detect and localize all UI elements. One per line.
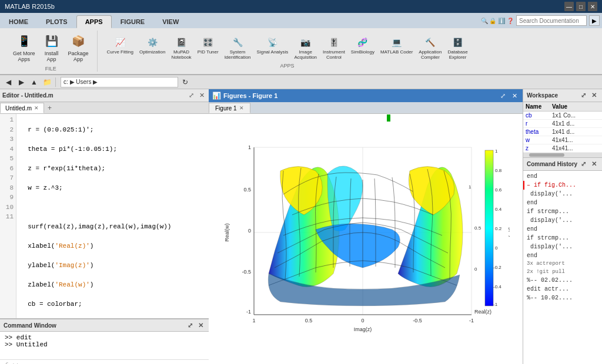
workspace-panel: Workspace ⤢ ✕ Name Value cb 1x1 Co... r …: [523, 89, 602, 158]
command-input[interactable]: [21, 362, 204, 365]
maximize-button[interactable]: □: [576, 2, 586, 11]
install-app-icon: 💾: [44, 33, 60, 49]
workspace-undock-button[interactable]: ⤢: [578, 91, 588, 100]
figure-title: Figures - Figure 1: [223, 92, 496, 99]
tab-plots[interactable]: PLOTS: [37, 15, 76, 28]
ch-item-12[interactable]: 2x !git pull: [523, 268, 602, 277]
workspace-col-header: Name Value: [523, 102, 602, 112]
workspace-scrollbar[interactable]: [523, 153, 602, 157]
command-window-area: Command Window ⤢ ✕ >> edit >> Untitled 𝑓…: [0, 318, 209, 364]
ch-close-button[interactable]: ✕: [589, 160, 598, 169]
cmd-line-1: >> edit: [5, 334, 204, 341]
package-app-button[interactable]: 📦 Package App: [65, 31, 92, 65]
svg-text:0: 0: [474, 267, 477, 272]
back-button[interactable]: ◀: [2, 76, 14, 88]
editor-undock-button[interactable]: ⤢: [186, 91, 196, 100]
code-line-4: w = z.^3;: [20, 183, 205, 193]
editor-close-button[interactable]: ✕: [197, 91, 206, 100]
instrument-control-button[interactable]: 🎚️ Instrument Control: [320, 33, 347, 62]
editor-tab-close[interactable]: ✕: [34, 105, 39, 111]
ws-row-cb[interactable]: cb 1x1 Co...: [523, 112, 602, 120]
search-input[interactable]: [516, 15, 587, 26]
editor-tab-add[interactable]: +: [44, 103, 55, 113]
ch-item-1[interactable]: end: [523, 172, 602, 181]
ch-item-3[interactable]: display('...: [523, 190, 602, 198]
code-line-7: xlabel('Real(z)'): [20, 241, 205, 251]
image-acquisition-button[interactable]: 📷 Image Acquisition: [292, 33, 319, 62]
up-button[interactable]: ▲: [28, 76, 40, 88]
workspace-close-button[interactable]: ✕: [589, 91, 598, 100]
cmd-undock-button[interactable]: ⤢: [185, 321, 195, 330]
signal-analysis-button[interactable]: 📡 Signal Analysis: [255, 33, 291, 62]
tab-apps[interactable]: APPS: [76, 15, 112, 28]
ch-controls: ⤢ ✕: [578, 160, 598, 169]
code-editor[interactable]: 1 2 3 4 5 6 7 8 9 10 11 r = (0:0.025:1)'…: [0, 114, 209, 318]
right-panel: Workspace ⤢ ✕ Name Value cb 1x1 Co... r …: [523, 89, 602, 364]
ws-row-z[interactable]: z 41x41...: [523, 144, 602, 153]
ch-item-14[interactable]: edit actr...: [523, 285, 602, 294]
path-bar[interactable]: c: ▶ Users ▶: [61, 77, 178, 87]
tab-figure[interactable]: FIGURE: [112, 15, 154, 28]
svg-text:-0.5: -0.5: [413, 318, 422, 323]
package-app-icon: 📦: [70, 33, 86, 49]
ch-item-6[interactable]: display('...: [523, 216, 602, 225]
figure-tab-close[interactable]: ✕: [239, 105, 244, 111]
sys-id-button[interactable]: 🔧 System Identification: [222, 33, 253, 62]
instrument-control-icon: 🎚️: [327, 35, 341, 49]
command-window-content[interactable]: >> edit >> Untitled: [0, 332, 209, 359]
svg-text:Imag(w): Imag(w): [509, 218, 510, 237]
tab-home[interactable]: HOME: [0, 15, 37, 28]
ch-item-15[interactable]: %-- 10.02....: [523, 294, 602, 302]
app-compiler-button[interactable]: 🔨 Application Compiler: [416, 33, 444, 62]
forward-button[interactable]: ▶: [15, 76, 27, 88]
ch-item-11[interactable]: 3x actreport: [523, 260, 602, 268]
optimization-button[interactable]: ⚙️ Optimization: [137, 33, 168, 62]
search-button[interactable]: ▶: [589, 15, 600, 26]
ch-item-13[interactable]: %-- 02.02....: [523, 276, 602, 285]
ch-item-4[interactable]: end: [523, 198, 602, 207]
workspace-scroll-thumb[interactable]: [529, 153, 564, 157]
ribbon: HOME PLOTS APPS FIGURE VIEW 🔍 🔒 ℹ️ ❓ ▶ 📱…: [0, 13, 602, 75]
figure-close-button[interactable]: ✕: [510, 91, 519, 100]
cmd-close-button[interactable]: ✕: [196, 321, 205, 330]
database-explorer-button[interactable]: 🗄️ Database Explorer: [445, 33, 470, 62]
ws-row-theta[interactable]: theta 1x41 d...: [523, 128, 602, 136]
browse-button[interactable]: 📁: [41, 76, 53, 88]
svg-text:0.5: 0.5: [243, 187, 251, 193]
svg-text:-1: -1: [493, 302, 498, 307]
editor-tab-untitled[interactable]: Untitled.m ✕: [0, 103, 44, 113]
ch-item-8[interactable]: if strcmp...: [523, 234, 602, 242]
ch-item-10[interactable]: end: [523, 251, 602, 260]
get-more-apps-button[interactable]: 📱 Get More Apps: [9, 31, 39, 65]
svg-text:Imag(z): Imag(z): [354, 326, 372, 332]
pid-tuner-icon: 🎛️: [201, 35, 215, 49]
ch-item-5[interactable]: if strcmp...: [523, 207, 602, 216]
ws-row-r[interactable]: r 41x1 d...: [523, 120, 602, 128]
ch-item-9[interactable]: display('...: [523, 242, 602, 251]
figure-header: 📊 Figures - Figure 1 ⤢ ✕: [209, 89, 523, 102]
close-button[interactable]: ✕: [588, 2, 597, 11]
command-prompt[interactable]: 𝑓𝑥 >>: [0, 359, 209, 364]
ws-row-w[interactable]: w 41x41...: [523, 136, 602, 144]
curve-fitting-button[interactable]: 📈 Curve Fitting: [105, 33, 136, 62]
refresh-button[interactable]: ↻: [179, 76, 191, 88]
prompt-text: >>: [13, 362, 21, 365]
ribbon-content: 📱 Get More Apps 💾 Install App 📦 Package …: [0, 28, 602, 75]
minimize-button[interactable]: —: [564, 2, 574, 11]
ch-item-2[interactable]: – if fig.Ch...: [523, 181, 602, 190]
pid-tuner-button[interactable]: 🎛️ PID Tuner: [195, 33, 221, 62]
svg-text:1: 1: [495, 149, 498, 154]
cmd-line-2: >> Untitled: [5, 341, 204, 348]
install-app-button[interactable]: 💾 Install App: [40, 31, 63, 65]
image-acquisition-icon: 📷: [299, 35, 313, 49]
ch-item-7[interactable]: end: [523, 225, 602, 234]
figure-tab-1[interactable]: Figure 1 ✕: [209, 103, 250, 113]
figure-undock-button[interactable]: ⤢: [498, 91, 507, 100]
tab-view[interactable]: VIEW: [153, 15, 188, 28]
file-group-label: FILE: [45, 66, 56, 72]
matlab-coder-button[interactable]: 💻 MATLAB Coder: [378, 33, 415, 62]
simbiology-button[interactable]: 🧬 SimBiology: [349, 33, 377, 62]
plot-svg: 1 0.5 0 -0.5 -1 Real(w) 1 0.5 0 -0.5 -1 …: [222, 139, 510, 347]
mupad-button[interactable]: 📓 MuPAD Notebook: [169, 33, 193, 62]
ch-undock-button[interactable]: ⤢: [578, 160, 588, 169]
